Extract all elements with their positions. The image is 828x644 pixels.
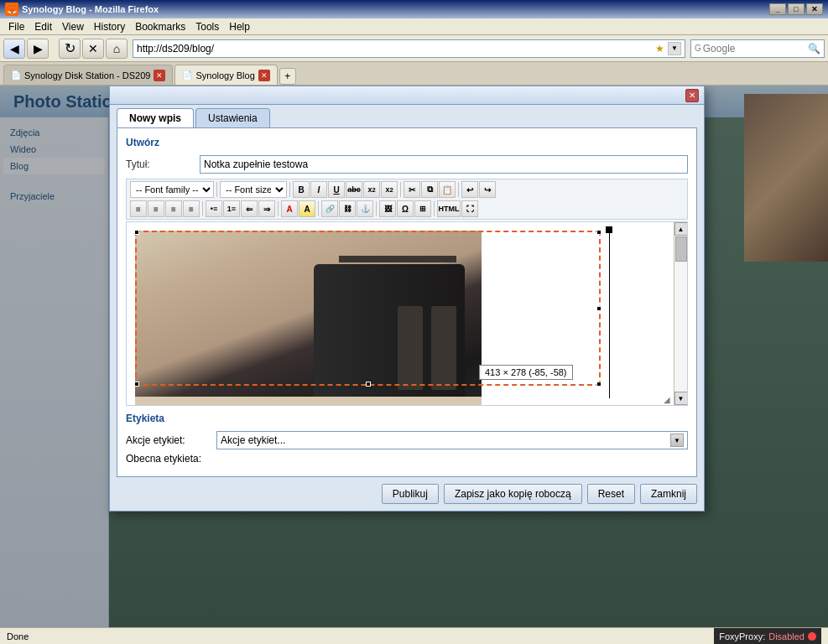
tab-ustawienia[interactable]: Ustawienia	[195, 108, 270, 127]
insert-table-button[interactable]: ⊞	[414, 200, 431, 217]
cut-button[interactable]: ✂	[404, 181, 420, 198]
font-family-select[interactable]: -- Font family --	[130, 181, 214, 198]
stop-button[interactable]: ✕	[82, 39, 104, 59]
toolbar-row-1: -- Font family -- -- Font size -- B I U …	[130, 181, 684, 198]
editor-scrollbar[interactable]: ▲ ▼	[674, 222, 687, 405]
tab-nowy-wpis[interactable]: Nowy wpis	[117, 108, 194, 127]
italic-button[interactable]: I	[310, 181, 327, 198]
reload-button[interactable]: ↻	[59, 39, 81, 59]
close-button[interactable]: Zamknij	[640, 484, 697, 504]
toolbar-sep-1	[216, 182, 217, 197]
tab-disk-station[interactable]: 📄 Synology Disk Station - DS209 ✕	[3, 65, 173, 85]
scroll-thumb[interactable]	[675, 236, 687, 262]
copy-button[interactable]: ⧉	[421, 181, 438, 198]
scroll-up-button[interactable]: ▲	[674, 222, 688, 236]
bookmark-btn[interactable]: ▼	[668, 42, 681, 55]
akcje-select[interactable]: Akcje etykiet... ▼	[216, 431, 688, 449]
fullscreen-button[interactable]: ⛶	[461, 200, 478, 217]
reset-button[interactable]: Reset	[587, 484, 635, 504]
indent-button[interactable]: ⇒	[258, 200, 275, 217]
undo-button[interactable]: ↩	[461, 181, 478, 198]
menu-history[interactable]: History	[89, 19, 130, 34]
special-char-button[interactable]: Ω	[397, 200, 414, 217]
menu-file[interactable]: File	[3, 19, 29, 34]
unordered-list-button[interactable]: •≡	[206, 200, 222, 217]
align-left-button[interactable]: ≡	[130, 200, 147, 217]
editor-resize-handle[interactable]: ◢	[664, 395, 672, 403]
obecna-label: Obecna etykieta:	[126, 453, 210, 465]
align-center-button[interactable]: ≡	[148, 200, 164, 217]
menu-tools[interactable]: Tools	[190, 19, 224, 34]
foxyproxy-indicator: FoxyProxy: Disabled	[714, 628, 821, 644]
title-input[interactable]	[200, 155, 688, 174]
status-bar: Done FoxyProxy: Disabled	[0, 627, 828, 644]
anchor-button[interactable]: ⚓	[357, 200, 373, 217]
status-text: Done	[7, 631, 29, 641]
html-source-button[interactable]: HTML	[437, 200, 461, 217]
subscript-button[interactable]: x2	[363, 181, 380, 198]
toolbar-sep-4	[458, 182, 459, 197]
back-button[interactable]: ◀	[3, 39, 25, 59]
forward-icon: ▶	[34, 42, 43, 55]
menu-bookmarks[interactable]: Bookmarks	[130, 19, 190, 34]
handle-br	[596, 382, 601, 387]
new-tab-button[interactable]: +	[279, 68, 296, 85]
menu-edit[interactable]: Edit	[29, 19, 57, 34]
align-justify-button[interactable]: ≡	[183, 200, 200, 217]
strikethrough-button[interactable]: abc	[346, 181, 362, 198]
minimize-button[interactable]: _	[769, 3, 786, 15]
superscript-button[interactable]: x2	[381, 181, 398, 198]
cursor-handle-top	[606, 226, 612, 233]
section-etykieta-header: Etykieta	[126, 413, 688, 424]
toolbar-sep-3	[400, 182, 401, 197]
link-button[interactable]: 🔗	[321, 200, 338, 217]
unlink-button[interactable]: ⛓	[339, 200, 356, 217]
menu-help[interactable]: Help	[224, 19, 255, 34]
editor-toolbar: -- Font family -- -- Font size -- B I U …	[126, 179, 688, 220]
address-input[interactable]	[137, 43, 655, 55]
tab-close-button[interactable]: ✕	[154, 70, 165, 81]
tab-blog[interactable]: 📄 Synology Blog ✕	[174, 65, 277, 85]
close-button[interactable]: ✕	[806, 3, 823, 15]
underline-button[interactable]: U	[328, 181, 345, 198]
font-size-select[interactable]: -- Font size --	[220, 181, 287, 198]
tab-label-2: Synology Blog	[195, 70, 254, 80]
menu-view[interactable]: View	[57, 19, 89, 34]
search-icon[interactable]: 🔍	[808, 43, 820, 55]
modal-close-button[interactable]: ✕	[685, 89, 699, 102]
title-bar-left: 🦊 Synology Blog - Mozilla Firefox	[5, 3, 159, 16]
cursor-line	[609, 231, 610, 398]
foxyproxy-status: Disabled	[768, 631, 805, 641]
toolbar-sep-2	[289, 182, 290, 197]
akcje-select-arrow[interactable]: ▼	[670, 434, 684, 447]
scroll-down-button[interactable]: ▼	[674, 392, 688, 405]
bg-color-button[interactable]: A	[299, 200, 315, 217]
outdent-button[interactable]: ⇐	[241, 200, 258, 217]
scroll-track[interactable]	[674, 236, 688, 392]
tab-close-button-2[interactable]: ✕	[258, 70, 270, 81]
search-input[interactable]	[703, 43, 808, 55]
insert-image-button[interactable]: 🖼	[379, 200, 396, 217]
bold-button[interactable]: B	[293, 181, 310, 198]
search-engine-icon: G	[695, 44, 701, 53]
bookmark-star-icon[interactable]: ★	[655, 43, 664, 55]
address-bar[interactable]: ★ ▼	[133, 39, 685, 58]
obecna-row: Obecna etykieta:	[126, 453, 688, 465]
publish-button[interactable]: Publikuj	[382, 484, 439, 504]
forward-button[interactable]: ▶	[27, 39, 49, 59]
paste-button[interactable]: 📋	[439, 181, 456, 198]
save-draft-button[interactable]: Zapisz jako kopię roboczą	[444, 484, 582, 504]
toolbar-sep-5	[202, 201, 203, 216]
home-button[interactable]: ⌂	[106, 39, 128, 59]
align-right-button[interactable]: ≡	[165, 200, 182, 217]
ordered-list-button[interactable]: 1≡	[223, 200, 240, 217]
toolbar-sep-6	[278, 201, 279, 216]
maximize-button[interactable]: □	[788, 3, 805, 15]
toolbar-sep-9	[434, 201, 435, 216]
editor-area[interactable]: 413 × 278 (-85, -58) ▲ ▼ ◢	[126, 221, 688, 406]
search-bar[interactable]: G 🔍	[690, 39, 825, 58]
title-row: Tytuł:	[126, 155, 688, 174]
redo-button[interactable]: ↪	[479, 181, 496, 198]
tab-label: Synology Disk Station - DS209	[24, 70, 150, 80]
font-color-button[interactable]: A	[281, 200, 298, 217]
